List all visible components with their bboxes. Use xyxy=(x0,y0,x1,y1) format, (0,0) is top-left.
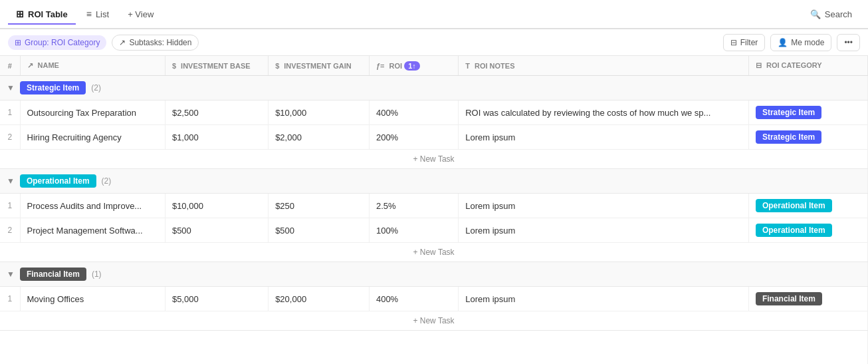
chevron-icon-financial[interactable]: ▼ xyxy=(7,270,15,279)
tab-list[interactable]: ≡ List xyxy=(78,5,117,23)
table-row: 2 Hiring Recruiting Agency $1,000 $2,000… xyxy=(0,125,868,150)
subtask-chip-label: Subtasks: Hidden xyxy=(129,38,191,47)
more-button[interactable]: ••• xyxy=(837,34,860,51)
group-badge-financial: Financial Item xyxy=(20,268,86,281)
group-chip-label: Group: ROI Category xyxy=(25,38,100,47)
new-task-cell-financial[interactable]: + New Task xyxy=(0,311,868,331)
row-name[interactable]: Project Management Softwa... xyxy=(20,218,165,243)
category-icon: ⊟ xyxy=(756,61,762,69)
row-notes: Lorem ipsum xyxy=(459,287,749,311)
subtask-chip[interactable]: ↗ Subtasks: Hidden xyxy=(112,35,199,51)
row-inv-gain: $500 xyxy=(269,218,370,243)
top-nav: ⊞ ROI Table ≡ List + View 🔍 Search xyxy=(0,0,868,29)
tab-add-view-label: + View xyxy=(128,9,154,19)
chevron-icon-operational[interactable]: ▼ xyxy=(7,176,15,186)
row-num: 1 xyxy=(0,287,20,311)
search-button[interactable]: 🔍 Search xyxy=(802,5,860,23)
row-category: Operational Item xyxy=(748,218,867,243)
formula-icon: ƒ= xyxy=(376,62,385,70)
group-count-financial: (1) xyxy=(92,270,102,279)
row-roi: 200% xyxy=(369,125,458,150)
col-header-category: ⊟ ROI CATEGORY xyxy=(748,56,867,76)
new-task-row-financial[interactable]: + New Task xyxy=(0,311,868,331)
row-num: 1 xyxy=(0,194,20,218)
roi-sort-badge: 1↑ xyxy=(404,61,420,71)
category-badge: Strategic Item xyxy=(756,130,821,144)
new-task-row-operational[interactable]: + New Task xyxy=(0,243,868,262)
row-num: 2 xyxy=(0,218,20,243)
toolbar: ⊞ Group: ROI Category ↗ Subtasks: Hidden… xyxy=(0,29,868,56)
table-row: 1 Moving Offices $5,000 $20,000 400% Lor… xyxy=(0,287,868,311)
row-roi: 400% xyxy=(369,287,458,311)
row-name[interactable]: Process Audits and Improve... xyxy=(20,194,165,218)
more-icon: ••• xyxy=(844,38,853,47)
category-badge: Financial Item xyxy=(756,292,822,305)
group-badge-operational: Operational Item xyxy=(20,174,96,188)
me-mode-button[interactable]: 👤 Me mode xyxy=(770,34,831,51)
filter-icon: ⊟ xyxy=(730,38,737,47)
category-badge: Strategic Item xyxy=(756,106,821,119)
new-task-cell-operational[interactable]: + New Task xyxy=(0,243,868,262)
row-notes: Lorem ipsum xyxy=(459,218,749,243)
roi-table: # ↗ NAME $ INVESTMENT BASE $ INVESTMENT … xyxy=(0,56,868,364)
row-inv-gain: $20,000 xyxy=(269,287,370,311)
tab-roi-table[interactable]: ⊞ ROI Table xyxy=(8,5,76,25)
category-badge: Operational Item xyxy=(756,224,832,237)
text-icon: T xyxy=(465,62,470,70)
row-notes: Lorem ipsum xyxy=(459,125,749,150)
row-roi: 400% xyxy=(369,100,458,125)
col-header-name: ↗ NAME xyxy=(20,56,165,76)
group-header-operational: ▼ Operational Item (2) xyxy=(0,169,868,194)
chevron-icon-strategic[interactable]: ▼ xyxy=(7,83,15,92)
group-chip[interactable]: ⊞ Group: ROI Category xyxy=(8,35,106,50)
row-name[interactable]: Hiring Recruiting Agency xyxy=(20,125,165,150)
row-inv-base: $2,500 xyxy=(165,100,268,125)
tab-roi-table-label: ROI Table xyxy=(28,9,68,19)
dollar-icon-gain: $ xyxy=(275,62,279,70)
table-wrapper: # ↗ NAME $ INVESTMENT BASE $ INVESTMENT … xyxy=(0,56,868,364)
row-category: Strategic Item xyxy=(748,125,867,150)
search-icon: 🔍 xyxy=(810,9,821,19)
filter-label: Filter xyxy=(740,38,758,47)
group-header-cell-operational: ▼ Operational Item (2) xyxy=(0,169,868,194)
new-task-cell-strategic[interactable]: + New Task xyxy=(0,150,868,169)
dollar-icon-base: $ xyxy=(172,62,176,70)
col-header-notes: T ROI NOTES xyxy=(459,56,749,76)
group-count-operational: (2) xyxy=(102,176,112,186)
row-name[interactable]: Outsourcing Tax Preparation xyxy=(20,100,165,125)
row-inv-base: $500 xyxy=(165,218,268,243)
row-num: 2 xyxy=(0,125,20,150)
subtask-icon: ↗ xyxy=(119,38,126,47)
group-badge-strategic: Strategic Item xyxy=(20,81,86,94)
group-header-strategic: ▼ Strategic Item (2) xyxy=(0,76,868,100)
col-header-inv-gain: $ INVESTMENT GAIN xyxy=(269,56,370,76)
tab-list-label: List xyxy=(96,9,109,19)
col-header-num: # xyxy=(0,56,20,76)
table-row: 2 Project Management Softwa... $500 $500… xyxy=(0,218,868,243)
row-roi: 2.5% xyxy=(369,194,458,218)
row-roi: 100% xyxy=(369,218,458,243)
table-header-row: # ↗ NAME $ INVESTMENT BASE $ INVESTMENT … xyxy=(0,56,868,76)
table-row: 1 Outsourcing Tax Preparation $2,500 $10… xyxy=(0,100,868,125)
row-num: 1 xyxy=(0,100,20,125)
group-icon: ⊞ xyxy=(15,38,21,47)
table-icon: ⊞ xyxy=(16,9,24,19)
col-header-inv-base: $ INVESTMENT BASE xyxy=(165,56,268,76)
row-inv-base: $10,000 xyxy=(165,194,268,218)
row-inv-gain: $10,000 xyxy=(269,100,370,125)
row-category: Financial Item xyxy=(748,287,867,311)
row-category: Strategic Item xyxy=(748,100,867,125)
row-inv-gain: $250 xyxy=(269,194,370,218)
row-notes: Lorem ipsum xyxy=(459,194,749,218)
new-task-row-strategic[interactable]: + New Task xyxy=(0,150,868,169)
row-inv-gain: $2,000 xyxy=(269,125,370,150)
group-count-strategic: (2) xyxy=(91,83,101,92)
tab-add-view[interactable]: + View xyxy=(120,5,162,23)
list-icon: ≡ xyxy=(86,9,92,19)
row-name[interactable]: Moving Offices xyxy=(20,287,165,311)
person-icon: 👤 xyxy=(778,38,788,47)
table-row: 1 Process Audits and Improve... $10,000 … xyxy=(0,194,868,218)
me-mode-label: Me mode xyxy=(791,38,824,47)
row-inv-base: $1,000 xyxy=(165,125,268,150)
filter-button[interactable]: ⊟ Filter xyxy=(723,34,766,51)
